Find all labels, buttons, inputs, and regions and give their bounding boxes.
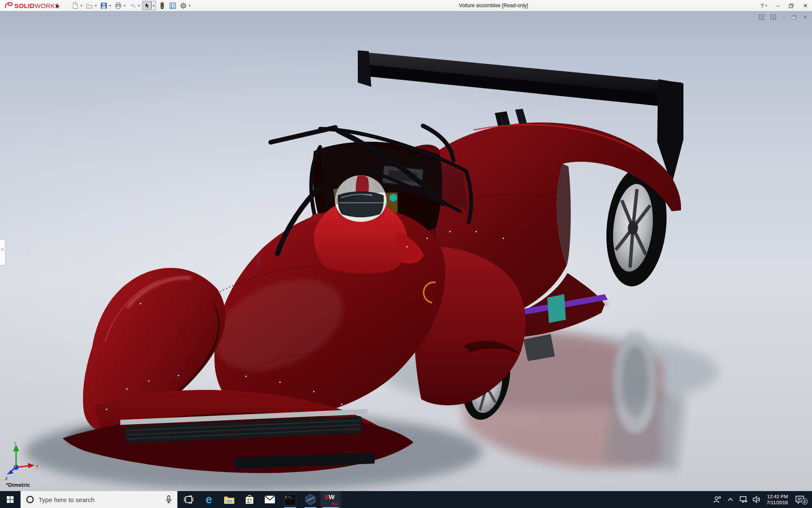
solidworks-2017-button[interactable]: SW 2017	[321, 491, 341, 508]
triad-z-label: Z	[5, 476, 8, 480]
edge-icon: e	[206, 494, 212, 505]
people-button[interactable]	[713, 496, 722, 503]
doc-restore-button[interactable]	[792, 15, 797, 20]
restore-button[interactable]	[789, 3, 794, 8]
close-button[interactable]: ✕	[803, 3, 808, 9]
select-tool-button[interactable]	[142, 1, 151, 10]
taskbar-search[interactable]	[20, 491, 178, 508]
cortana-icon	[26, 495, 34, 504]
undo-button[interactable]	[128, 1, 137, 10]
brand-text: SOLIDWORKS	[14, 2, 60, 9]
panel-tab-dot-icon	[1, 248, 4, 251]
hexagon-app-icon	[305, 494, 316, 505]
properties-list-button[interactable]	[168, 1, 177, 10]
store-button[interactable]	[239, 491, 260, 508]
window-controls: ?▾ – ✕	[761, 0, 808, 11]
clock-time: 12:42 PM	[767, 494, 788, 500]
open-dropdown-caret[interactable]: ▾	[94, 4, 98, 8]
view-orientation-label: *Dimetric	[6, 482, 30, 488]
feature-tree-collapsed-tab[interactable]	[0, 239, 5, 265]
doc-minimize-button[interactable]: –	[782, 14, 785, 20]
quick-access-toolbar: ▾ ▾ ▾ ▾ ▾	[70, 0, 193, 11]
new-dropdown-caret[interactable]: ▾	[80, 4, 83, 8]
mail-icon	[264, 495, 275, 504]
speaker-icon	[752, 496, 761, 503]
save-dropdown-caret[interactable]: ▾	[108, 4, 112, 8]
mail-button[interactable]	[260, 491, 280, 508]
solidworks-swoosh-icon	[4, 1, 14, 10]
options-dropdown-caret[interactable]: ▾	[188, 4, 192, 8]
edge-button[interactable]: e	[199, 491, 219, 508]
search-input[interactable]	[38, 496, 160, 503]
file-explorer-icon	[224, 495, 235, 504]
rebuild-traffic-light-button[interactable]	[157, 1, 167, 10]
taskbar-clock[interactable]: 12:42 PM 7/11/2018	[765, 494, 790, 505]
previous-pane-button[interactable]	[759, 14, 764, 20]
volume-button[interactable]	[752, 496, 761, 503]
windows-logo-icon	[7, 496, 14, 503]
save-button[interactable]	[99, 1, 108, 10]
open-button[interactable]	[85, 1, 94, 10]
file-explorer-button[interactable]	[219, 491, 239, 508]
taskbar-apps: e	[178, 491, 341, 508]
chevron-up-icon	[727, 497, 733, 502]
print-button[interactable]	[113, 1, 123, 10]
select-dropdown-caret[interactable]: ▾	[152, 4, 156, 8]
clock-date: 7/11/2018	[767, 500, 788, 505]
solidworks-logo: SOLIDWORKS	[0, 0, 63, 11]
orientation-triad: y x Z	[3, 441, 40, 480]
notification-badge: 2	[801, 498, 808, 505]
undo-dropdown-caret[interactable]: ▾	[137, 4, 141, 8]
print-dropdown-caret[interactable]: ▾	[123, 4, 126, 8]
graphics-area[interactable]: – ✕ y x Z *Dimetric	[0, 11, 812, 491]
start-button[interactable]	[0, 491, 20, 508]
window-title: Voiture assomblee [Read-only]	[459, 0, 528, 11]
new-document-button[interactable]	[70, 1, 80, 10]
hexagon-app-button[interactable]	[300, 491, 321, 508]
triad-x-label: x	[36, 463, 38, 468]
help-button[interactable]: ?▾	[761, 3, 767, 9]
task-view-icon	[184, 495, 193, 504]
store-icon	[245, 494, 254, 505]
document-window-controls: – ✕	[759, 14, 808, 20]
menu-expand-arrow[interactable]: ▶	[54, 0, 62, 11]
network-icon	[739, 496, 748, 503]
teal-side-window	[547, 294, 566, 323]
task-view-button[interactable]	[178, 491, 199, 508]
action-center-button[interactable]: 2	[793, 495, 806, 504]
next-pane-button[interactable]	[771, 14, 776, 20]
titlebar: SOLIDWORKS ▶ ▾ ▾ ▾ ▾	[0, 0, 812, 11]
solidworks-2017-icon: SW 2017	[324, 493, 337, 506]
minimize-button[interactable]: –	[776, 3, 779, 9]
command-prompt-icon: C:\_	[285, 494, 296, 505]
tray-chevron-button[interactable]	[726, 497, 735, 502]
command-prompt-button[interactable]: C:\_	[280, 491, 300, 508]
3d-viewport-canvas[interactable]	[0, 11, 812, 491]
taskbar: e	[0, 491, 812, 508]
people-icon	[713, 496, 721, 503]
screen: SOLIDWORKS ▶ ▾ ▾ ▾ ▾	[0, 0, 812, 508]
triad-y-label: y	[14, 441, 16, 445]
microphone-icon[interactable]	[165, 495, 172, 504]
network-button[interactable]	[739, 496, 748, 503]
doc-close-button[interactable]: ✕	[803, 14, 808, 20]
options-gear-button[interactable]	[178, 1, 188, 10]
teal-mirror	[390, 194, 397, 202]
system-tray: 12:42 PM 7/11/2018 2	[713, 491, 812, 508]
